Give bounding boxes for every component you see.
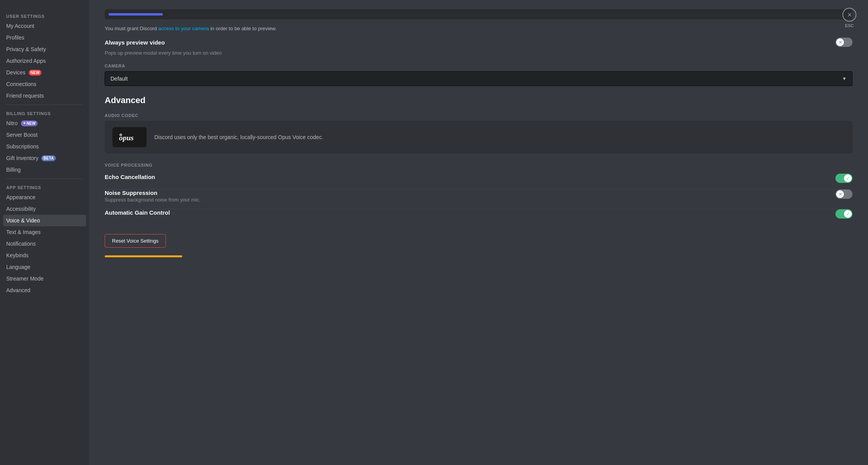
sidebar-item-profiles[interactable]: Profiles (3, 32, 86, 43)
toggle-off-icon: ✕ (839, 40, 842, 45)
always-preview-row: Always preview video ✕ (105, 38, 852, 47)
sidebar-item-language[interactable]: Language (3, 261, 86, 273)
always-preview-label: Always preview video (105, 39, 165, 46)
sidebar-divider-1 (6, 179, 83, 179)
setting-row-noise-suppression: Noise SuppressionSuppress background noi… (105, 189, 852, 209)
sidebar-item-authorized-apps[interactable]: Authorized Apps (3, 55, 86, 67)
sidebar-item-privacy-safety[interactable]: Privacy & Safety (3, 43, 86, 55)
esc-circle-icon: ✕ (842, 8, 856, 22)
setting-row-echo-cancellation: Echo Cancellation✓ (105, 174, 852, 189)
sidebar-item-label-notifications: Notifications (6, 241, 36, 247)
camera-grant-link[interactable]: access to your camera (158, 26, 209, 31)
sidebar-divider-0 (6, 105, 83, 105)
reset-voice-settings-button[interactable]: Reset Voice Settings (105, 234, 166, 248)
sidebar-item-label-text-images: Text & Images (6, 229, 41, 235)
sidebar-item-devices[interactable]: DevicesNEW (3, 67, 86, 78)
toggle-knob: ✕ (836, 38, 844, 46)
sidebar-item-connections[interactable]: Connections (3, 78, 86, 90)
sidebar-item-streamer-mode[interactable]: Streamer Mode (3, 273, 86, 284)
sidebar-item-label-billing: Billing (6, 167, 21, 173)
toggle-echo-cancellation[interactable]: ✓ (835, 174, 852, 183)
sidebar-item-my-account[interactable]: My Account (3, 20, 86, 32)
audio-codec-label: AUDIO CODEC (105, 113, 852, 118)
camera-dropdown-value: Default (110, 76, 128, 82)
sidebar-item-subscriptions[interactable]: Subscriptions (3, 141, 86, 152)
opus-logo-icon: opus (112, 127, 147, 147)
sidebar-item-label-friend-requests: Friend requests (6, 93, 44, 99)
bottom-progress-bar (105, 255, 182, 257)
setting-desc-noise-suppression: Suppress background noise from your mic. (105, 197, 200, 203)
setting-name-echo-cancellation: Echo Cancellation (105, 174, 155, 180)
always-preview-sublabel: Pops up preview modal every time you tur… (105, 50, 852, 56)
sidebar-item-friend-requests[interactable]: Friend requests (3, 90, 86, 102)
sidebar-item-advanced[interactable]: Advanced (3, 284, 86, 296)
preview-bar-container (105, 9, 852, 19)
sidebar-item-label-connections: Connections (6, 81, 36, 87)
sidebar-item-text-images[interactable]: Text & Images (3, 226, 86, 238)
svg-point-2 (120, 134, 121, 136)
sidebar: USER SETTINGSMy AccountProfilesPrivacy &… (0, 0, 89, 465)
badge-gift-inventory: BETA (41, 155, 55, 161)
sidebar-item-label-advanced: Advanced (6, 287, 30, 293)
sidebar-item-label-profiles: Profiles (6, 34, 24, 41)
sidebar-item-voice-video[interactable]: Voice & Video (3, 215, 86, 226)
sidebar-item-label-gift-inventory: Gift Inventory (6, 155, 38, 161)
sidebar-item-notifications[interactable]: Notifications (3, 238, 86, 250)
setting-name-noise-suppression: Noise Suppression (105, 189, 200, 196)
camera-dropdown[interactable]: Default ▼ (105, 71, 852, 86)
preview-bar (109, 13, 163, 16)
sidebar-item-label-authorized-apps: Authorized Apps (6, 58, 46, 64)
sidebar-item-label-privacy-safety: Privacy & Safety (6, 46, 46, 52)
sidebar-item-label-appearance: Appearance (6, 194, 36, 200)
sidebar-item-label-accessibility: Accessibility (6, 206, 36, 212)
dropdown-arrow-icon: ▼ (842, 76, 847, 81)
sidebar-section-2: APP SETTINGS (3, 182, 86, 191)
toggle-knob-echo-cancellation: ✓ (844, 174, 852, 182)
esc-label: ESC (845, 23, 854, 28)
sidebar-section-0: USER SETTINGS (3, 11, 86, 20)
camera-section-label: CAMERA (105, 64, 852, 68)
sidebar-item-nitro[interactable]: Nitro✦NEW (3, 117, 86, 129)
opus-card: opus Discord uses only the best organic,… (105, 121, 852, 153)
sidebar-item-label-voice-video: Voice & Video (6, 217, 40, 224)
badge-devices: NEW (29, 70, 41, 76)
toggle-noise-suppression[interactable]: ✕ (835, 189, 852, 199)
sidebar-item-keybinds[interactable]: Keybinds (3, 250, 86, 261)
sidebar-item-label-language: Language (6, 264, 30, 270)
toggle-knob-automatic-gain: ✓ (844, 210, 852, 218)
setting-row-automatic-gain: Automatic Gain Control✓ (105, 209, 852, 225)
sidebar-item-billing[interactable]: Billing (3, 164, 86, 176)
main-content: ✕ ESC You must grant Discord access to y… (89, 0, 868, 465)
sidebar-item-accessibility[interactable]: Accessibility (3, 203, 86, 215)
toggle-on-icon-echo-cancellation: ✓ (846, 176, 850, 181)
toggle-automatic-gain[interactable]: ✓ (835, 209, 852, 219)
sidebar-item-label-server-boost: Server Boost (6, 132, 38, 138)
voice-processing-label: VOICE PROCESSING (105, 163, 852, 167)
sidebar-item-label-keybinds: Keybinds (6, 252, 29, 258)
camera-grant-text: You must grant Discord access to your ca… (105, 26, 852, 31)
sidebar-item-label-subscriptions: Subscriptions (6, 143, 39, 150)
badge-nitro: ✦NEW (21, 121, 38, 126)
opus-description: Discord uses only the best organic, loca… (154, 134, 323, 140)
toggle-on-icon-automatic-gain: ✓ (846, 212, 850, 217)
esc-button[interactable]: ✕ ESC (842, 8, 856, 28)
toggle-knob-noise-suppression: ✕ (836, 190, 844, 198)
advanced-title: Advanced (105, 95, 852, 105)
sidebar-item-label-devices: Devices (6, 69, 26, 76)
setting-name-automatic-gain: Automatic Gain Control (105, 209, 170, 216)
voice-settings-container: Echo Cancellation✓Noise SuppressionSuppr… (105, 174, 852, 225)
sidebar-item-server-boost[interactable]: Server Boost (3, 129, 86, 141)
always-preview-toggle[interactable]: ✕ (835, 38, 852, 47)
setting-text-echo-cancellation: Echo Cancellation (105, 174, 155, 181)
sidebar-item-appearance[interactable]: Appearance (3, 191, 86, 203)
sidebar-section-1: BILLING SETTINGS (3, 108, 86, 117)
sidebar-item-label-streamer-mode: Streamer Mode (6, 276, 43, 282)
toggle-off-icon-noise-suppression: ✕ (839, 192, 842, 197)
sidebar-item-label-nitro: Nitro (6, 120, 18, 126)
setting-text-noise-suppression: Noise SuppressionSuppress background noi… (105, 189, 200, 203)
sidebar-item-gift-inventory[interactable]: Gift InventoryBETA (3, 152, 86, 164)
sidebar-item-label-my-account: My Account (6, 23, 34, 29)
setting-text-automatic-gain: Automatic Gain Control (105, 209, 170, 217)
